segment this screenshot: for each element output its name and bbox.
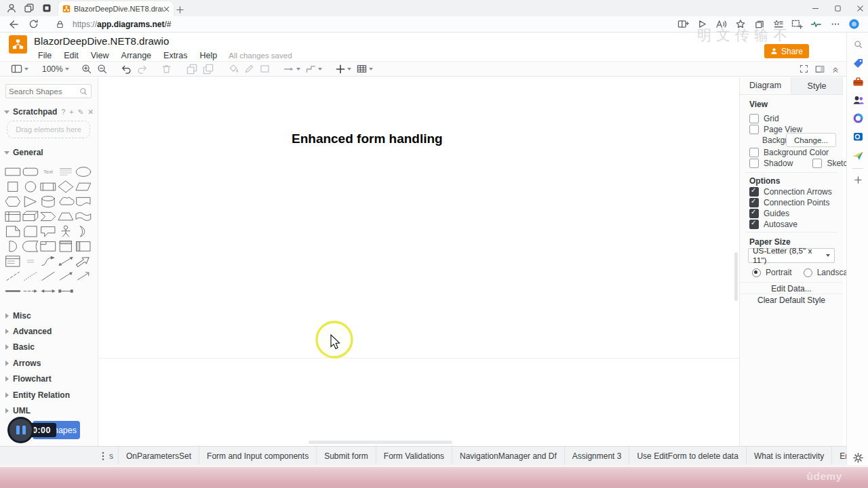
shape-list[interactable] [4, 253, 22, 268]
tab-actions-icon[interactable] [38, 1, 56, 16]
tab-close-icon[interactable] [163, 6, 170, 12]
scratchpad-drop-area[interactable]: Drag elements here [7, 121, 90, 138]
scratchpad-section[interactable]: Scratchpad ? + ✎ ✕ [4, 107, 94, 117]
diagram-heading[interactable]: Enhanced form handling [292, 131, 443, 146]
zoom-out-icon[interactable] [94, 62, 110, 76]
redo-icon[interactable] [134, 62, 151, 76]
help-icon[interactable]: ? [61, 108, 65, 116]
page-view-checkbox[interactable] [749, 125, 759, 134]
window-minimize-icon[interactable] [812, 5, 819, 12]
shape-cloud[interactable] [57, 194, 75, 209]
close-icon[interactable]: ✕ [87, 108, 94, 116]
menu-file[interactable]: File [32, 49, 58, 62]
shape-container[interactable] [39, 239, 57, 253]
to-back-icon[interactable] [200, 62, 216, 76]
web-capture-icon[interactable] [791, 18, 803, 30]
option-row-guides[interactable]: Guides [749, 209, 789, 218]
shape-trapezoid[interactable] [57, 209, 75, 224]
option-row-connection-points[interactable]: Connection Points [749, 198, 829, 207]
video-popout-icon[interactable] [696, 18, 708, 30]
sidebar-section-flowchart[interactable]: Flowchart [0, 371, 98, 387]
menu-view[interactable]: View [85, 49, 115, 62]
guides-checkbox[interactable] [749, 209, 759, 218]
menu-extras[interactable]: Extras [157, 49, 193, 62]
shape-connector[interactable] [57, 283, 75, 298]
shape-triangle[interactable] [22, 194, 39, 209]
menu-help[interactable]: Help [194, 49, 224, 62]
refresh-icon[interactable] [28, 18, 39, 30]
shape-curve[interactable] [39, 253, 57, 268]
vertical-scrollbar[interactable] [734, 252, 738, 301]
page-tab-assignment-3[interactable]: Assignment 3 [565, 447, 630, 465]
fill-color-icon[interactable] [226, 62, 241, 76]
shape-dashed-arrow[interactable] [22, 283, 39, 298]
shape-dotted-line[interactable] [22, 268, 39, 283]
connection-arrows-checkbox[interactable] [749, 187, 759, 197]
share-button[interactable]: Share [764, 44, 809, 58]
shape-hexagon[interactable] [4, 194, 22, 209]
sidebar-section-misc[interactable]: Misc [0, 308, 98, 323]
option-row-connection-arrows[interactable]: Connection Arrows [749, 187, 832, 197]
connection-style-dropdown[interactable] [281, 62, 303, 76]
landscape-radio[interactable] [804, 268, 812, 277]
search-shapes-input[interactable] [6, 87, 79, 96]
to-front-icon[interactable] [184, 62, 200, 76]
page-tab-submit-form[interactable]: Submit form [317, 447, 376, 465]
loop-icon[interactable] [852, 112, 864, 124]
general-section[interactable]: General [4, 148, 43, 157]
back-icon[interactable] [7, 18, 18, 30]
background-color-checkbox[interactable] [749, 148, 759, 157]
shape-cylinder[interactable] [39, 194, 57, 209]
shape-ellipse[interactable] [75, 164, 92, 179]
waypoint-style-dropdown[interactable] [303, 62, 325, 76]
table-dropdown[interactable] [354, 62, 376, 76]
sidebar-section-basic[interactable]: Basic [0, 340, 98, 355]
shape-dashed-line[interactable] [4, 268, 22, 283]
edit-data-button[interactable]: Edit Data... [740, 282, 843, 294]
window-maximize-icon[interactable] [834, 5, 842, 12]
read-aloud-icon[interactable] [715, 18, 727, 30]
browser-essentials-icon[interactable] [810, 18, 822, 30]
people-icon[interactable] [852, 94, 864, 106]
sketch-checkbox[interactable] [812, 159, 822, 168]
edit-icon[interactable]: ✎ [77, 108, 83, 116]
shape-document[interactable] [75, 194, 92, 209]
autosave-checkbox[interactable] [749, 220, 759, 229]
page-tab-use-editform-to-delete-data[interactable]: Use EditForm to delete data [629, 447, 746, 465]
shape-rectangle[interactable] [4, 164, 22, 179]
horizontal-scrollbar[interactable] [309, 441, 452, 444]
more-menu-icon[interactable] [829, 18, 841, 30]
page-tab-form-validations[interactable]: Form Validations [376, 447, 452, 465]
shape-and[interactable] [4, 239, 22, 253]
shape-process[interactable] [39, 179, 57, 194]
shape-actor[interactable] [57, 224, 75, 239]
format-panel-icon[interactable] [815, 65, 825, 73]
menu-edit[interactable]: Edit [58, 49, 85, 62]
shape-bidirectional-arrow[interactable] [57, 253, 75, 268]
shape-double-arrow[interactable] [39, 283, 57, 298]
background-color-row[interactable]: Background Color [749, 148, 829, 157]
outlook-icon[interactable] [852, 130, 864, 142]
zoom-dropdown[interactable]: 100% [39, 62, 72, 76]
tab-style[interactable]: Style [791, 77, 843, 94]
add-sidebar-item-icon[interactable] [852, 174, 864, 186]
shape-square[interactable] [4, 179, 22, 194]
shape-block-arrow[interactable] [75, 253, 92, 268]
window-close-icon[interactable] [856, 5, 864, 12]
browser-tab[interactable]: BlazorDeepDive.NET8.drawio - d [58, 1, 174, 16]
sidebar-section-entity-relation[interactable]: Entity Relation [0, 387, 98, 403]
portrait-radio[interactable] [752, 268, 761, 277]
toolbox-icon[interactable] [852, 75, 864, 87]
change-background-button[interactable]: Change... [786, 133, 836, 147]
shape-note[interactable] [4, 224, 22, 239]
shape-parallelogram[interactable] [75, 179, 92, 194]
shape-link[interactable] [4, 283, 22, 298]
shopping-icon[interactable] [852, 57, 864, 69]
view-panels-button[interactable] [8, 62, 31, 76]
shape-textbox[interactable] [57, 164, 75, 179]
split-screen-icon[interactable] [677, 18, 689, 30]
page-tab-navigationmanager-and-df[interactable]: NavigationManager and Df [452, 447, 565, 465]
drop-icon[interactable] [852, 149, 864, 161]
page-tab-onparametersset[interactable]: OnParametersSet [119, 447, 199, 465]
fullscreen-icon[interactable] [800, 64, 808, 73]
